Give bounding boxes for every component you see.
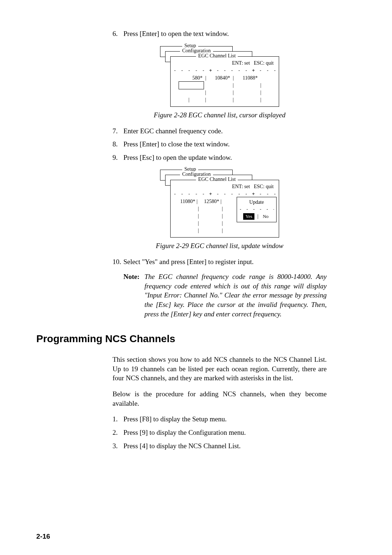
step-text: Press [9] to display the Configuration m…: [123, 428, 327, 438]
hint-esc: ESC: quit: [254, 184, 274, 189]
step-number: 3.: [113, 441, 123, 451]
step-number: 2.: [113, 428, 123, 438]
egc-row: | | |: [173, 89, 276, 96]
pipe: |: [173, 213, 199, 219]
step-6: 6. Press [Enter] to open the text window…: [113, 29, 327, 39]
yes-button[interactable]: Yes: [243, 213, 254, 220]
cell: 12580*: [199, 199, 219, 204]
section-heading: Programming NCS Channels: [36, 333, 356, 345]
pipe: |: [234, 97, 261, 103]
cell: 10840*: [208, 75, 232, 81]
cell: 11088*: [235, 75, 259, 81]
step-number: 6.: [113, 29, 123, 39]
step-text: Press [Enter] to open the text window.: [123, 29, 327, 39]
pipe: |: [199, 206, 223, 212]
step-7: 7. Enter EGC channel frequency code.: [113, 126, 327, 136]
figure-2-caption: Figure 2-29 EGC channel list, update win…: [113, 242, 327, 250]
update-popup: Update - - - - - - - - Yes | No: [237, 197, 277, 222]
no-button[interactable]: No: [261, 213, 270, 220]
step-9: 9. Press [Esc] to open the update window…: [113, 153, 327, 163]
step-number: 1.: [113, 414, 123, 424]
egc-diagram-update: Setup Configuration EGC Channel List ENT…: [158, 170, 281, 238]
paragraph: Below is the procedure for adding NCS ch…: [113, 389, 327, 408]
page-number: 2-16: [36, 532, 50, 540]
pipe: |: [173, 220, 199, 226]
pipe: |: [173, 206, 199, 212]
egc-diagram-cursor: Setup Configuration EGC Channel List ENT…: [158, 46, 281, 107]
step-text: Enter EGC channel frequency code.: [123, 126, 327, 136]
step-text: Press [Esc] to open the update window.: [123, 153, 327, 163]
egc-hint: ENT: set ESC: quit: [173, 184, 276, 190]
divider: - - - - - + - - - - - + - - - - - + - - …: [173, 191, 276, 197]
pipe: |: [204, 75, 208, 81]
egc-row: | | | |: [173, 96, 276, 104]
pipe: |: [199, 213, 223, 219]
pipe: |: [206, 90, 234, 96]
pipe: |: [257, 214, 258, 219]
note-label: Note:: [123, 272, 144, 319]
pipe: |: [232, 75, 235, 81]
pipe: |: [189, 97, 206, 103]
pipe: |: [234, 82, 261, 88]
hint-esc: ESC: quit: [254, 60, 274, 66]
pipe: |: [195, 199, 199, 204]
step-8: 8. Press [Enter] to close the text windo…: [113, 139, 327, 149]
pipe: |: [206, 97, 234, 103]
egc-channel-list-box: EGC Channel List ENT: set ESC: quit - - …: [170, 56, 279, 107]
step-text: Press [4] to display the NCS Channel Lis…: [123, 441, 327, 451]
step-c3: 3. Press [4] to display the NCS Channel …: [113, 441, 327, 451]
note-text: The EGC channel frequency code range is …: [144, 272, 327, 319]
step-number: 9.: [113, 153, 123, 163]
yes-no-row: Yes | No: [239, 213, 274, 220]
update-label: Update: [239, 199, 274, 205]
step-text: Press [F8] to display the Setup menu.: [123, 414, 327, 424]
step-number: 7.: [113, 126, 123, 136]
egc-row: 580* | 10840* | 11088*: [173, 74, 276, 82]
hint-ent: ENT: set: [232, 184, 250, 189]
cell: 580*: [173, 75, 204, 81]
paragraph: This section shows you how to add NCS ch…: [113, 355, 327, 383]
text-cursor-box: [179, 81, 204, 89]
note-block: Note: The EGC channel frequency code ran…: [123, 272, 327, 319]
divider: - - - - - - - -: [239, 207, 274, 212]
divider: - - - - - + - - - - - + - - - - - + - - …: [173, 68, 276, 73]
egc-hint: ENT: set ESC: quit: [173, 60, 276, 66]
hint-ent: ENT: set: [232, 60, 250, 66]
egc-row: | |: [173, 227, 276, 234]
egc-title: EGC Channel List: [196, 53, 238, 59]
pipe: |: [199, 220, 223, 226]
figure-1-caption: Figure 2-28 EGC channel list, cursor dis…: [113, 111, 327, 119]
pipe: |: [173, 90, 206, 96]
pipe: |: [219, 199, 223, 204]
egc-channel-list-box: EGC Channel List ENT: set ESC: quit - - …: [170, 180, 279, 238]
pipe: |: [173, 228, 199, 234]
pipe: |: [234, 90, 261, 96]
step-number: 10.: [113, 257, 123, 267]
step-text: Select "Yes" and press [Enter] to regist…: [123, 257, 327, 267]
egc-row: | |: [173, 82, 276, 89]
step-text: Press [Enter] to close the text window.: [123, 139, 327, 149]
step-c1: 1. Press [F8] to display the Setup menu.: [113, 414, 327, 424]
pipe: |: [173, 97, 189, 103]
egc-title: EGC Channel List: [196, 177, 238, 182]
cell: 11080*: [173, 199, 195, 204]
pipe: |: [206, 82, 234, 88]
pipe: |: [199, 228, 223, 234]
step-c2: 2. Press [9] to display the Configuratio…: [113, 428, 327, 438]
step-number: 8.: [113, 139, 123, 149]
step-10: 10. Select "Yes" and press [Enter] to re…: [113, 257, 327, 267]
